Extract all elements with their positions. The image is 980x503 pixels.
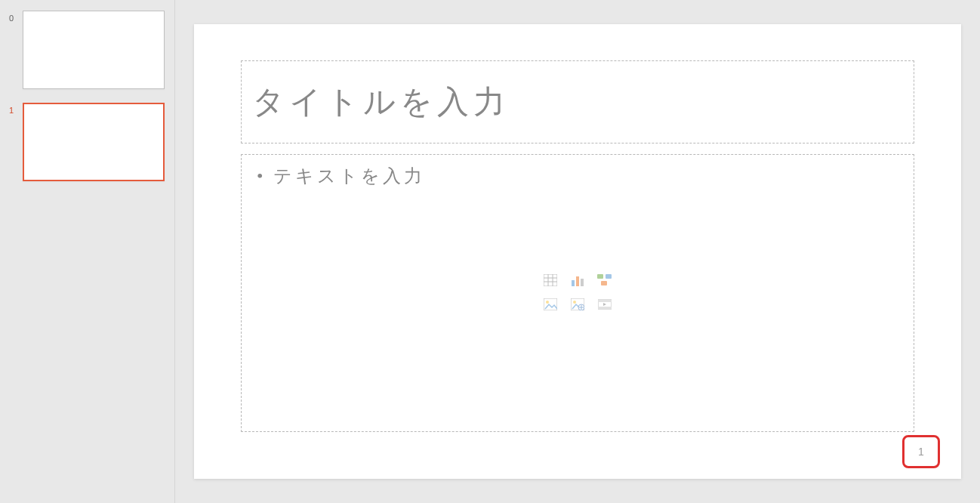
thumbnail-row-0: 0 — [9, 11, 174, 89]
content-insert-icons — [541, 272, 615, 314]
insert-smartart-icon[interactable] — [595, 272, 615, 289]
svg-rect-0 — [544, 274, 557, 286]
title-placeholder-text: タイトルを入力 — [252, 81, 510, 123]
thumbnail-row-1: 1 — [9, 103, 174, 181]
slide-thumbnail-0[interactable] — [23, 11, 165, 89]
title-placeholder[interactable]: タイトルを入力 — [241, 60, 914, 143]
slide-editor-area: タイトルを入力 • テキストを入力 — [175, 0, 980, 503]
content-placeholder-text: • テキストを入力 — [257, 164, 898, 188]
svg-rect-7 — [581, 279, 584, 286]
content-placeholder[interactable]: • テキストを入力 — [241, 154, 914, 432]
insert-chart-icon[interactable] — [568, 272, 587, 289]
svg-rect-9 — [606, 274, 612, 279]
thumbnail-number: 1 — [9, 103, 23, 115]
svg-rect-10 — [601, 281, 607, 285]
slide-thumbnail-1[interactable] — [23, 103, 165, 181]
thumbnail-number: 0 — [9, 11, 23, 23]
insert-online-picture-icon[interactable] — [568, 296, 587, 313]
svg-rect-8 — [597, 274, 603, 279]
slide-page-number: 1 — [918, 446, 924, 458]
insert-picture-icon[interactable] — [541, 296, 560, 313]
svg-point-14 — [573, 301, 576, 304]
slide-canvas[interactable]: タイトルを入力 • テキストを入力 — [194, 24, 961, 479]
insert-video-icon[interactable] — [595, 296, 615, 313]
svg-rect-6 — [576, 276, 579, 286]
svg-rect-17 — [598, 300, 612, 302]
svg-rect-18 — [598, 307, 612, 309]
page-number-highlight: 1 — [902, 435, 940, 468]
svg-rect-5 — [572, 280, 575, 286]
slide-thumbnail-panel: 0 1 — [0, 0, 175, 503]
svg-point-12 — [546, 301, 549, 304]
insert-table-icon[interactable] — [541, 272, 560, 289]
svg-marker-19 — [603, 303, 606, 306]
